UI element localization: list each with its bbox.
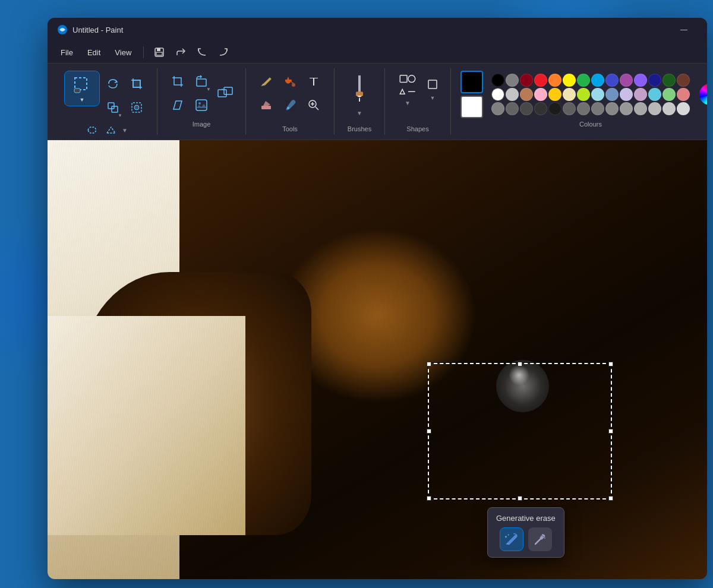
colour-salmon[interactable] xyxy=(677,88,690,101)
rotate-button[interactable] xyxy=(102,73,124,94)
primary-colour-swatch[interactable] xyxy=(460,71,483,93)
colour-g14[interactable] xyxy=(677,102,690,115)
colour-light-gray[interactable] xyxy=(506,88,519,101)
titlebar: Untitled - Paint — xyxy=(48,18,707,42)
colour-dark-gray[interactable] xyxy=(506,74,519,87)
eraser-tool[interactable] xyxy=(255,94,277,116)
colour-g1[interactable] xyxy=(491,102,504,115)
svg-rect-3 xyxy=(156,52,162,55)
handle-tr[interactable] xyxy=(608,362,613,366)
colour-dark-red[interactable] xyxy=(520,74,533,87)
zoom-tool[interactable] xyxy=(303,94,324,116)
pencil-tool[interactable] xyxy=(255,71,277,92)
colour-g10[interactable] xyxy=(620,102,633,115)
minimize-button[interactable]: — xyxy=(670,20,698,39)
handle-bm[interactable] xyxy=(518,496,522,501)
colour-pink[interactable] xyxy=(534,88,547,101)
handle-tm[interactable] xyxy=(518,362,522,366)
svg-rect-2 xyxy=(157,48,160,51)
colour-g12[interactable] xyxy=(648,102,661,115)
colour-blue[interactable] xyxy=(605,74,619,87)
undo-button[interactable] xyxy=(193,43,212,62)
menu-view[interactable]: View xyxy=(109,46,137,59)
colour-black[interactable] xyxy=(491,74,504,87)
colour-g5[interactable] xyxy=(548,102,561,115)
colour-green[interactable] xyxy=(577,74,590,87)
colour-tan[interactable] xyxy=(520,88,533,101)
colour-orange[interactable] xyxy=(548,74,561,87)
flip-rotate-button[interactable]: ▼ xyxy=(191,71,212,92)
brushes-label: Brushes xyxy=(348,125,371,132)
svg-point-35 xyxy=(544,538,545,539)
colour-g3[interactable] xyxy=(520,102,533,115)
colour-rose[interactable] xyxy=(634,88,647,101)
colour-sky[interactable] xyxy=(648,88,661,101)
colour-yellow[interactable] xyxy=(563,74,576,87)
svg-point-18 xyxy=(292,83,295,87)
shapes-selector[interactable]: ▼ xyxy=(395,71,421,106)
colour-red[interactable] xyxy=(534,74,547,87)
colour-white[interactable] xyxy=(491,88,504,101)
generative-magic-button[interactable] xyxy=(528,527,552,551)
colour-teal[interactable] xyxy=(591,74,604,87)
menu-file[interactable]: File xyxy=(55,46,79,59)
window-title: Untitled - Paint xyxy=(72,26,123,34)
svg-rect-15 xyxy=(218,90,226,97)
eyedropper-tool[interactable] xyxy=(279,94,301,116)
colour-darkgreen[interactable] xyxy=(662,74,676,87)
brush-tool[interactable] xyxy=(346,71,373,106)
share-button[interactable] xyxy=(171,43,190,62)
text-tool[interactable] xyxy=(303,71,324,92)
colour-lightcyan[interactable] xyxy=(591,88,604,101)
colour-mint[interactable] xyxy=(662,88,676,101)
outline-option[interactable] xyxy=(424,76,441,93)
ai-image-button[interactable] xyxy=(191,94,212,116)
colour-peach[interactable] xyxy=(548,88,561,101)
colour-darkblue[interactable] xyxy=(648,74,661,87)
colour-g7[interactable] xyxy=(577,102,590,115)
resize-image-button[interactable] xyxy=(214,71,236,116)
colour-lightblue[interactable] xyxy=(605,88,619,101)
colour-lightgreen[interactable] xyxy=(577,88,590,101)
colour-purple[interactable] xyxy=(620,74,633,87)
colour-g13[interactable] xyxy=(662,102,676,115)
selection-box[interactable] xyxy=(428,363,612,500)
svg-rect-13 xyxy=(196,100,207,110)
colour-g11[interactable] xyxy=(634,102,647,115)
triangle-select-button[interactable] xyxy=(103,122,119,138)
handle-br[interactable] xyxy=(608,496,613,501)
colour-g4[interactable] xyxy=(534,102,547,115)
colour-lavender[interactable] xyxy=(620,88,633,101)
window-controls: — xyxy=(670,20,698,39)
colour-brown[interactable] xyxy=(677,74,690,87)
menu-edit[interactable]: Edit xyxy=(81,46,106,59)
selection-tool-button[interactable]: ▼ xyxy=(64,71,100,106)
skew-button[interactable] xyxy=(167,94,188,116)
handle-bl[interactable] xyxy=(427,496,431,501)
app-icon xyxy=(57,24,68,35)
handle-tl[interactable] xyxy=(427,362,431,366)
ai-select-button[interactable] xyxy=(126,97,147,118)
colour-g9[interactable] xyxy=(605,102,619,115)
colour-g6[interactable] xyxy=(563,102,576,115)
handle-ml[interactable] xyxy=(427,429,431,434)
colour-g2[interactable] xyxy=(506,102,519,115)
generative-erase-button[interactable]: ✦ ✦ xyxy=(500,527,523,551)
crop-tool-button[interactable] xyxy=(167,71,188,92)
redo-button[interactable] xyxy=(214,43,233,62)
save-button[interactable] xyxy=(150,43,169,62)
colour-lightyellow[interactable] xyxy=(563,88,576,101)
handle-mr[interactable] xyxy=(608,429,613,434)
canvas-area[interactable]: Generative erase ✦ ✦ xyxy=(48,140,707,579)
svg-rect-26 xyxy=(400,75,407,83)
colour-violet[interactable] xyxy=(634,74,647,87)
colour-g8[interactable] xyxy=(591,102,604,115)
freeform-select-button[interactable] xyxy=(84,122,100,138)
resize-button[interactable]: ▼ xyxy=(102,97,124,118)
colour-picker-button[interactable]: + xyxy=(699,84,707,105)
crop-button[interactable] xyxy=(126,73,147,94)
svg-point-14 xyxy=(198,102,201,105)
fill-tool[interactable] xyxy=(279,71,301,92)
secondary-colour-swatch[interactable] xyxy=(460,96,483,118)
toolbar-section-tools: Tools xyxy=(246,68,335,135)
